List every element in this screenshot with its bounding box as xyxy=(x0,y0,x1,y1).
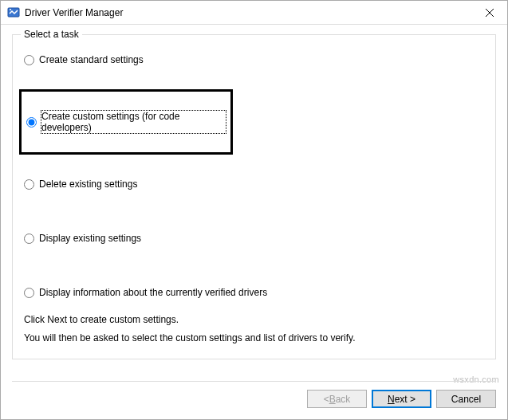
app-icon xyxy=(7,6,20,19)
back-prefix: < xyxy=(324,394,329,405)
close-icon xyxy=(486,9,494,17)
radio-display-existing-row[interactable]: Display existing settings xyxy=(24,231,484,245)
window-title: Driver Verifier Manager xyxy=(25,7,471,18)
highlight-box: Create custom settings (for code develop… xyxy=(19,89,233,155)
radio-display-info[interactable] xyxy=(24,288,34,298)
radio-display-existing[interactable] xyxy=(24,234,34,244)
next-suffix: ext > xyxy=(395,394,415,405)
radio-delete-existing-label[interactable]: Delete existing settings xyxy=(39,179,137,190)
radio-create-custom-label[interactable]: Create custom settings (for code develop… xyxy=(41,111,226,133)
close-button[interactable] xyxy=(471,2,507,24)
cancel-button[interactable]: Cancel xyxy=(436,390,496,408)
radio-create-custom[interactable] xyxy=(26,117,37,128)
help-text: Click Next to create custom settings. Yo… xyxy=(24,311,484,347)
groupbox-label: Select a task xyxy=(21,29,82,40)
radio-create-standard-label[interactable]: Create standard settings xyxy=(39,54,144,65)
client-area: Select a task Create standard settings C… xyxy=(1,25,507,419)
task-groupbox: Select a task Create standard settings C… xyxy=(12,34,496,359)
radio-display-info-label[interactable]: Display information about the currently … xyxy=(39,287,267,298)
radio-display-existing-label[interactable]: Display existing settings xyxy=(39,233,141,244)
radio-create-standard[interactable] xyxy=(24,55,34,65)
radio-create-standard-row[interactable]: Create standard settings xyxy=(24,53,484,67)
titlebar: Driver Verifier Manager xyxy=(1,1,507,25)
radio-delete-existing-row[interactable]: Delete existing settings xyxy=(24,177,484,191)
help-line-2: You will then be asked to select the cus… xyxy=(24,329,484,347)
radio-display-info-row[interactable]: Display information about the currently … xyxy=(24,285,484,300)
help-line-1: Click Next to create custom settings. xyxy=(24,311,484,329)
radio-delete-existing[interactable] xyxy=(24,179,34,190)
back-access: B xyxy=(329,394,336,405)
radio-create-custom-row[interactable]: Create custom settings (for code develop… xyxy=(26,109,226,135)
back-button: < Back xyxy=(307,390,367,408)
next-access: N xyxy=(388,394,395,405)
next-button[interactable]: Next > xyxy=(372,390,431,408)
back-suffix: ack xyxy=(336,394,351,405)
svg-point-1 xyxy=(10,9,11,10)
button-row: < Back Next > Cancel xyxy=(12,381,496,408)
